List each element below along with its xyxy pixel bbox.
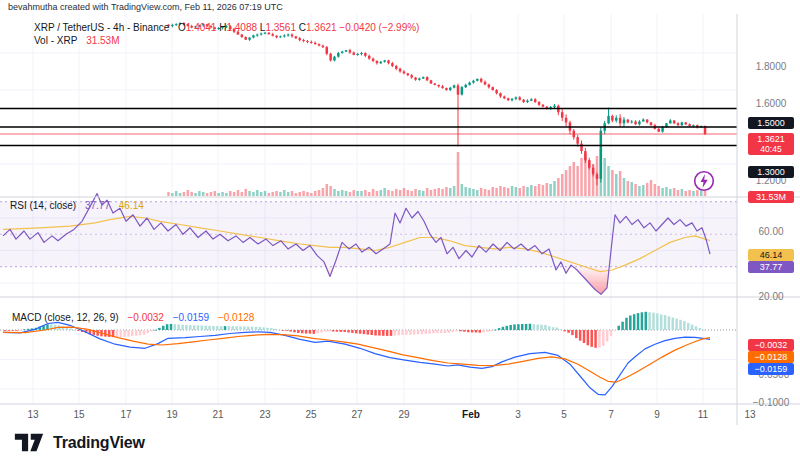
low-value: 1.3561	[265, 22, 296, 33]
open-key: O	[178, 22, 186, 33]
rsi-value-badge: 37.77	[748, 261, 794, 273]
time-tick-13: 13	[27, 409, 38, 420]
volume-value: 31.53M	[86, 35, 119, 46]
bar-countdown: 40:45	[748, 144, 794, 154]
change-value: −0.0420 (−2.99%)	[339, 22, 419, 33]
chart-canvas[interactable]	[0, 0, 800, 460]
macd-signal-value: −0.0128	[218, 312, 254, 323]
tradingview-brand-text[interactable]: TradingView	[53, 434, 145, 452]
rsi-label-20: 20.00	[748, 291, 794, 303]
symbol-legend[interactable]: XRP / TetherUS - 4h - Binance O1.4041 H1…	[34, 22, 419, 33]
price-label-1.8: 1.8000	[748, 61, 794, 73]
volume-legend[interactable]: Vol - XRP 31.53M	[34, 35, 120, 46]
close-key: C	[299, 22, 306, 33]
macd-line-value: −0.0159	[173, 312, 209, 323]
volume-badge: 31.53M	[748, 191, 794, 203]
macd-hist-value: −0.0032	[128, 312, 164, 323]
time-tick-9: 9	[654, 409, 660, 420]
time-tick-5: 5	[561, 409, 567, 420]
price-line-badge-1.5: 1.5000	[748, 117, 794, 129]
footer-bar: TradingView	[0, 425, 800, 460]
time-tick-25: 25	[305, 409, 316, 420]
time-tick-15: 15	[73, 409, 84, 420]
macd-signal-badge: −0.0128	[748, 351, 794, 363]
macd-hist-badge: −0.0032	[748, 339, 794, 351]
time-tick-19: 19	[166, 409, 177, 420]
time-tick-11: 11	[698, 409, 708, 420]
rsi-ma-badge: 46.14	[748, 249, 794, 261]
rsi-title[interactable]: RSI (14, close)	[10, 200, 76, 211]
time-tick-7: 7	[608, 409, 614, 420]
tradingview-logo-icon[interactable]	[14, 431, 44, 454]
rsi-ma-value: 46.14	[119, 200, 144, 211]
close-value: 1.3621	[306, 22, 337, 33]
price-line-badge-1.3: 1.3000	[748, 166, 794, 178]
last-price-value: 1.3621	[748, 134, 794, 144]
high-value: 1.4088	[226, 22, 257, 33]
volume-title: Vol - XRP	[34, 35, 77, 46]
lightning-alert-icon[interactable]	[692, 169, 716, 193]
rsi-legend[interactable]: RSI (14, close) 37.77 46.14	[10, 200, 144, 211]
tradingview-chart-screen: bevahmutha created with TradingView.com,…	[0, 0, 800, 460]
time-tick-3: 3	[515, 409, 521, 420]
volume-layer	[167, 149, 706, 196]
time-axis[interactable]: 131517192123252729Feb35791113	[0, 404, 800, 425]
time-tick-21: 21	[212, 409, 223, 420]
time-tick-27: 27	[351, 409, 362, 420]
open-value: 1.4041	[186, 22, 217, 33]
time-tick-29: 29	[398, 409, 409, 420]
rsi-label-60: 60.00	[748, 226, 794, 238]
time-tick-17: 17	[120, 409, 131, 420]
time-tick-23: 23	[259, 409, 270, 420]
macd-legend[interactable]: MACD (close, 12, 26, 9) −0.0032 −0.0159 …	[12, 312, 254, 323]
price-scale[interactable]: 1.8000 1.6000 1.5000 1.4000 1.3621 40:45…	[737, 14, 800, 425]
candles-layer	[167, 22, 706, 185]
rsi-value: 37.77	[85, 200, 110, 211]
price-label-1.6: 1.6000	[748, 98, 794, 110]
time-tick-Feb: Feb	[462, 409, 480, 420]
macd-title[interactable]: MACD (close, 12, 26, 9)	[12, 312, 119, 323]
macd-line-badge: −0.0159	[748, 363, 794, 375]
macd-label-0.1: −0.1000	[748, 397, 794, 409]
last-price-badge: 1.3621 40:45	[748, 133, 794, 155]
symbol-title[interactable]: XRP / TetherUS - 4h - Binance	[34, 22, 169, 33]
